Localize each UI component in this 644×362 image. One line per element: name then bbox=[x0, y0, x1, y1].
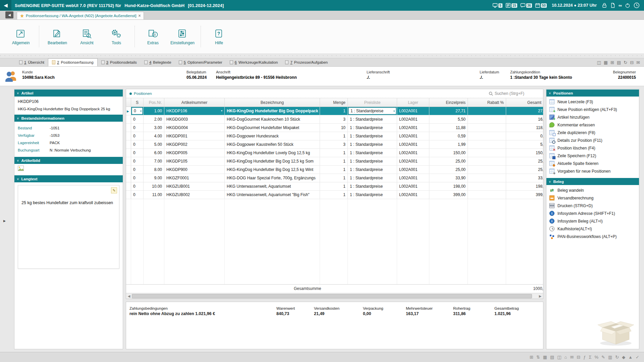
column-header-einzelpreis[interactable]: Einzelpreis bbox=[429, 98, 468, 107]
cell-menge[interactable]: 1 bbox=[320, 107, 348, 115]
cell-menge[interactable]: 1 bbox=[320, 166, 348, 174]
back-button[interactable]: ◀ bbox=[5, 11, 13, 18]
preisliste-combobox[interactable]: 1 : Standardpreise▾ bbox=[350, 159, 383, 164]
columns-icon[interactable]: ◫ bbox=[597, 60, 601, 65]
cell-bezeichnung[interactable]: HKG-Dogpower Kaustreifen 50 Stück bbox=[225, 140, 320, 148]
column-header-rabatt[interactable]: Rabatt % bbox=[468, 98, 506, 107]
status-combobox[interactable]: 0▾ bbox=[133, 167, 136, 172]
sort-icon[interactable]: ⇅ bbox=[536, 355, 540, 359]
table-row[interactable]: 0▾ 2.00 HKGDG003▾ HKG-DogGourmet Kauknoc… bbox=[126, 115, 543, 124]
cell-gesamt[interactable]: 198,00 bbox=[506, 182, 543, 190]
cell-einzelpreis[interactable]: 5,50 bbox=[429, 115, 468, 123]
status-combobox[interactable]: 0▾ bbox=[133, 184, 136, 189]
cell-einzelpreis[interactable]: 33,90 bbox=[429, 174, 468, 182]
cell-lager[interactable]: L002A001 bbox=[397, 182, 429, 190]
table-row[interactable]: 0▾ 10.00 HKGZUB001▾ HKG Unterwasserwelt,… bbox=[126, 182, 543, 191]
cell-artikelnummer[interactable]: HKDDP106▾ bbox=[164, 107, 225, 115]
tab-positionsdetails[interactable]: 3 Positionsdetails bbox=[98, 58, 141, 66]
function-icon[interactable]: ƒ bbox=[583, 355, 586, 359]
cell-gesamt[interactable]: 27,71 bbox=[506, 107, 543, 115]
cell-status[interactable]: 0▾ bbox=[131, 182, 144, 190]
cell-einzelpreis[interactable]: 0,59 bbox=[429, 132, 468, 140]
cell-preisliste[interactable]: 1 : Standardpreise▾ bbox=[348, 166, 397, 174]
session-clock-icon[interactable] bbox=[633, 2, 640, 9]
column-header-posnr[interactable]: Pos.Nr. bbox=[144, 98, 164, 107]
app-logo-icon[interactable]: ◀ bbox=[0, 0, 11, 11]
preisliste-combobox[interactable]: 1 : Standardpreise▾ bbox=[350, 150, 383, 155]
cell-bezeichnung[interactable]: HKG-KingDog Hundefutter Big Dog 12,5 kg … bbox=[225, 166, 320, 174]
cell-artikelnummer[interactable]: HKGDG004▾ bbox=[164, 124, 225, 132]
preisliste-combobox[interactable]: 1 : Standardpreise▾ bbox=[350, 192, 383, 197]
action-item[interactable]: Drucken (STRG+D) bbox=[546, 202, 639, 209]
cell-lager[interactable]: L002A001 bbox=[397, 157, 429, 165]
cell-menge[interactable]: 3 bbox=[320, 140, 348, 148]
cell-bezeichnung[interactable]: HKG-DogGourmet Hundefutter Mixpaket bbox=[225, 124, 320, 132]
cell-bezeichnung[interactable]: HKG-DOG Haar Spezial Forte, 700g, Ergänz… bbox=[225, 174, 320, 182]
ribbon-button-tools[interactable]: Tools bbox=[102, 22, 131, 51]
column-header-preisliste[interactable]: Preisliste bbox=[348, 98, 397, 107]
table-row[interactable]: 0▾ 1.00 HKDDP106▾ HKG-KingDog Hundefutte… bbox=[126, 107, 543, 115]
action-item[interactable]: Neue Leerzeile (F3) bbox=[546, 98, 639, 106]
tab-positionserfassung[interactable]: 2 Positionserfassung bbox=[48, 58, 98, 66]
action-item[interactable]: Zeile Speichern (F12) bbox=[546, 152, 639, 160]
preisliste-combobox[interactable]: 1 : Standardpreise▾ bbox=[350, 142, 383, 147]
cell-posnr[interactable]: 6.00 bbox=[144, 149, 164, 157]
column-header-lager[interactable]: Lager bbox=[397, 98, 429, 107]
cell-einzelpreis[interactable]: 27,71 bbox=[429, 107, 468, 115]
column-header-gesamt[interactable]: Gesamt bbox=[506, 98, 543, 107]
cell-lager[interactable]: L002A001 bbox=[397, 174, 429, 182]
cell-artikelnummer[interactable]: HKGZF0001▾ bbox=[164, 174, 225, 182]
column-header-artikelnummer[interactable]: Artikelnummer bbox=[164, 98, 225, 107]
tab-uebersicht[interactable]: 1 Übersicht bbox=[15, 58, 48, 66]
edit-icon[interactable]: ✎ bbox=[601, 355, 605, 359]
cell-einzelpreis[interactable]: 25,00 bbox=[429, 166, 468, 174]
cell-status[interactable]: 0▾ bbox=[131, 174, 144, 182]
cell-rabatt[interactable] bbox=[468, 107, 506, 115]
section-header-langtext[interactable]: ∨ Langtext bbox=[14, 175, 123, 182]
cell-preisliste[interactable]: 1 : Standardpreise▾ bbox=[348, 174, 397, 182]
ribbon-button-bearbeiten[interactable]: Bearbeiten bbox=[43, 22, 72, 51]
status-combobox[interactable]: 0▾ bbox=[133, 192, 136, 197]
action-item[interactable]: Neue Position einfügen (ALT+F3) bbox=[546, 106, 639, 113]
cell-preisliste[interactable]: 1 : Standardpreise▾ bbox=[348, 115, 397, 123]
action-item[interactable]: Kaufhistorie(ALT+I) bbox=[546, 225, 639, 233]
action-item[interactable]: Versandberechnung bbox=[546, 194, 639, 202]
action-item[interactable]: Infosystem Beleg (ALT+I) bbox=[546, 217, 639, 225]
cell-rabatt[interactable] bbox=[468, 132, 506, 140]
cell-status[interactable]: 0▾ bbox=[131, 166, 144, 174]
cell-einzelpreis[interactable]: 1,99 bbox=[429, 140, 468, 148]
save-icon[interactable]: ▤ bbox=[617, 60, 621, 65]
cell-rabatt[interactable] bbox=[468, 124, 506, 132]
ribbon-button-extras[interactable]: i Extras bbox=[138, 22, 168, 51]
status-combobox[interactable]: 0▾ bbox=[132, 108, 143, 114]
tab-prozesse-aufgaben[interactable]: 7 Prozesse/Aufgaben bbox=[281, 58, 331, 66]
grid-icon[interactable]: ⊞ bbox=[530, 355, 533, 359]
cell-einzelpreis[interactable]: 11,88 bbox=[429, 124, 468, 132]
ribbon-button-einstellungen[interactable]: Einstellungen bbox=[168, 22, 197, 51]
cell-gesamt[interactable]: 118,80 bbox=[506, 124, 543, 132]
cell-artikelnummer[interactable]: HKGDG003▾ bbox=[164, 115, 225, 123]
cell-status[interactable]: 0▾ bbox=[131, 157, 144, 165]
power-icon[interactable] bbox=[625, 3, 630, 8]
cell-rabatt[interactable] bbox=[468, 115, 506, 123]
cell-rabatt[interactable] bbox=[468, 149, 506, 157]
preisliste-combobox[interactable]: 1 : Standardpreise▾ bbox=[350, 117, 383, 122]
cell-einzelpreis[interactable]: 399,00 bbox=[429, 191, 468, 199]
cell-menge[interactable]: 10 bbox=[320, 124, 348, 132]
lock-icon[interactable] bbox=[602, 3, 607, 8]
cell-status[interactable]: 0▾ bbox=[131, 115, 144, 123]
collapse-handle-icon[interactable]: ▶ bbox=[3, 219, 6, 223]
cell-preisliste[interactable]: 1 : Standardpreise▾ bbox=[348, 124, 397, 132]
cell-lager[interactable]: L002A001 bbox=[397, 166, 429, 174]
cells-icon[interactable]: ▥ bbox=[608, 355, 612, 359]
status-combobox[interactable]: 0▾ bbox=[133, 159, 136, 164]
cell-artikelnummer[interactable]: HKGDP005▾ bbox=[164, 149, 225, 157]
cell-menge[interactable]: 1 bbox=[320, 149, 348, 157]
status-combobox[interactable]: 0▾ bbox=[133, 117, 136, 122]
columns-icon[interactable]: ◫ bbox=[557, 355, 561, 359]
percent-icon[interactable]: % bbox=[595, 355, 599, 359]
status-combobox[interactable]: 0▾ bbox=[133, 125, 136, 130]
action-item[interactable]: Infosystem Adresse (SHIFT+F1) bbox=[546, 209, 639, 217]
action-item[interactable]: Zeile duplizieren (F8) bbox=[546, 129, 639, 136]
cell-lager[interactable]: L002A001 bbox=[397, 191, 429, 199]
